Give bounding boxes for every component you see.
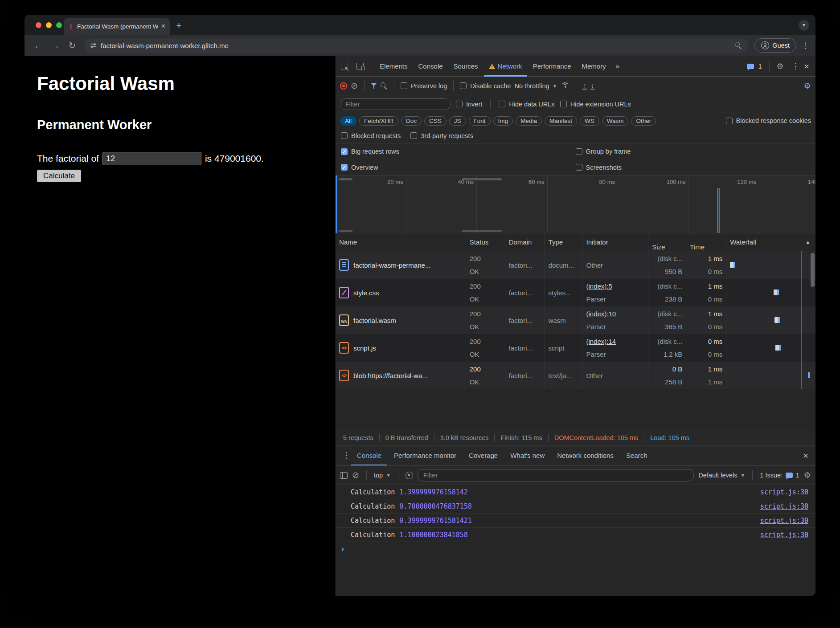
drawer-close-icon[interactable]: × bbox=[803, 452, 808, 460]
chip-img[interactable]: Img bbox=[493, 116, 513, 126]
chip-manifest[interactable]: Manifest bbox=[545, 116, 577, 126]
blocked-response-cookies-checkbox[interactable]: Blocked response cookies bbox=[726, 117, 811, 124]
network-conditions-icon[interactable] bbox=[561, 82, 570, 89]
table-row[interactable]: <>script.js 200OK factori... script (ind… bbox=[336, 334, 815, 362]
table-scrollbar[interactable] bbox=[811, 253, 815, 287]
tab-close-icon[interactable]: × bbox=[161, 23, 165, 29]
drawer-tab-console[interactable]: Console bbox=[351, 445, 387, 466]
export-har-icon[interactable]: ↓ bbox=[590, 82, 595, 90]
console-message[interactable]: Calculation 1.399999976158142 script.js:… bbox=[336, 485, 815, 499]
chip-fetch-xhr[interactable]: Fetch/XHR bbox=[359, 116, 398, 126]
source-link[interactable]: script.js:30 bbox=[760, 502, 808, 510]
log-levels-dropdown[interactable]: Default levels▼ bbox=[698, 472, 745, 479]
table-row[interactable]: factorial-wasm-permane... 200OK factori.… bbox=[336, 251, 815, 279]
drawer-tab-whats-new[interactable]: What's new bbox=[504, 445, 550, 466]
source-link[interactable]: script.js:30 bbox=[760, 517, 808, 525]
console-message[interactable]: Calculation 0.3999999761581421 script.js… bbox=[336, 514, 815, 528]
invert-checkbox[interactable]: Invert bbox=[456, 101, 482, 108]
tab-sources[interactable]: Sources bbox=[449, 56, 483, 77]
tab-elements[interactable]: Elements bbox=[375, 56, 413, 77]
column-initiator[interactable]: Initiator bbox=[582, 233, 648, 251]
browser-tab[interactable]: ! Factorial Wasm (permanent W × bbox=[64, 18, 170, 35]
network-settings-icon[interactable]: ⚙ bbox=[804, 81, 811, 91]
table-row[interactable]: WAfactorial.wasm 200OK factori... wasm (… bbox=[336, 306, 815, 334]
back-button[interactable]: ← bbox=[31, 41, 46, 51]
import-har-icon[interactable]: ↑ bbox=[582, 82, 587, 90]
column-waterfall[interactable]: Waterfall▲ bbox=[726, 233, 815, 251]
hide-data-urls-checkbox[interactable]: Hide data URLs bbox=[499, 101, 554, 108]
screenshots-checkbox[interactable]: Screenshots bbox=[576, 164, 622, 171]
calculate-button[interactable]: Calculate bbox=[37, 170, 81, 182]
more-tabs-icon[interactable]: » bbox=[612, 62, 623, 71]
chip-js[interactable]: JS bbox=[449, 116, 466, 126]
drawer-menu-icon[interactable]: ⋮ bbox=[343, 451, 350, 460]
close-window-button[interactable] bbox=[36, 22, 41, 28]
devtools-settings-icon[interactable]: ⚙ bbox=[777, 61, 784, 71]
group-by-frame-checkbox[interactable]: Group by frame bbox=[576, 148, 631, 155]
reload-button[interactable]: ↻ bbox=[65, 40, 80, 51]
console-prompt[interactable]: › bbox=[336, 542, 815, 555]
initiator-link[interactable]: (index):14 bbox=[586, 338, 644, 345]
hide-extension-urls-checkbox[interactable]: Hide extension URLs bbox=[560, 101, 631, 108]
column-size[interactable]: Size bbox=[648, 233, 686, 251]
initiator-link[interactable]: (index):5 bbox=[586, 282, 644, 290]
inspect-element-icon[interactable]: ↖ bbox=[341, 63, 348, 70]
console-message[interactable]: Calculation 0.7000000476837158 script.js… bbox=[336, 499, 815, 514]
site-settings-icon[interactable] bbox=[90, 44, 96, 47]
column-domain[interactable]: Domain bbox=[505, 233, 545, 251]
context-selector[interactable]: top▼ bbox=[374, 472, 391, 479]
browser-menu-button[interactable]: ⋮ bbox=[802, 41, 809, 50]
record-icon[interactable] bbox=[340, 82, 347, 90]
tab-memory[interactable]: Memory bbox=[577, 56, 611, 77]
chip-ws[interactable]: WS bbox=[580, 116, 599, 126]
device-toolbar-icon[interactable] bbox=[356, 63, 364, 69]
chip-media[interactable]: Media bbox=[516, 116, 542, 126]
issues-counter[interactable]: 1 Issue:1 bbox=[760, 472, 799, 479]
tab-search-chevron-icon[interactable]: ▾ bbox=[799, 20, 809, 31]
preserve-log-checkbox[interactable]: Preserve log bbox=[401, 82, 447, 90]
chip-all[interactable]: All bbox=[340, 116, 356, 126]
url-text[interactable]: factorial-wasm-permanent-worker.glitch.m… bbox=[101, 42, 229, 49]
network-filter-input[interactable] bbox=[340, 98, 451, 110]
tab-performance[interactable]: Performance bbox=[528, 56, 576, 77]
zoom-window-button[interactable] bbox=[56, 22, 62, 28]
forward-button[interactable]: → bbox=[48, 41, 63, 51]
clear-console-icon[interactable]: ⊘ bbox=[352, 472, 359, 479]
chip-font[interactable]: Font bbox=[469, 116, 491, 126]
console-settings-icon[interactable]: ⚙ bbox=[804, 470, 811, 480]
table-row[interactable]: style.css 200OK factori... styles... (in… bbox=[336, 279, 815, 306]
disable-cache-checkbox[interactable]: Disable cache bbox=[460, 82, 511, 90]
initiator-link[interactable]: (index):10 bbox=[586, 310, 644, 318]
zoom-icon[interactable] bbox=[735, 42, 742, 49]
column-status[interactable]: Status bbox=[466, 233, 505, 251]
devtools-menu-icon[interactable]: ⋮ bbox=[792, 61, 799, 71]
console-message[interactable]: Calculation 1.100000023841858 script.js:… bbox=[336, 528, 815, 542]
drawer-tab-network-conditions[interactable]: Network conditions bbox=[551, 445, 619, 466]
source-link[interactable]: script.js:30 bbox=[760, 488, 808, 496]
issues-bubble-icon[interactable] bbox=[747, 64, 754, 69]
profile-chip[interactable]: Guest bbox=[754, 38, 796, 53]
third-party-requests-checkbox[interactable]: 3rd-party requests bbox=[410, 132, 473, 139]
chip-other[interactable]: Other bbox=[631, 116, 656, 126]
overview-checkbox[interactable]: ✓Overview bbox=[341, 164, 378, 171]
tab-network[interactable]: ! Network bbox=[484, 56, 527, 77]
chip-doc[interactable]: Doc bbox=[401, 116, 422, 126]
column-name[interactable]: Name bbox=[336, 233, 466, 251]
source-link[interactable]: script.js:30 bbox=[760, 531, 808, 539]
network-overview[interactable]: 20 ms 40 ms 60 ms 80 ms 100 ms 120 ms 14… bbox=[336, 175, 815, 233]
drawer-tab-search[interactable]: Search bbox=[620, 445, 653, 466]
address-bar[interactable]: factorial-wasm-permanent-worker.glitch.m… bbox=[84, 38, 748, 53]
tab-console[interactable]: Console bbox=[414, 56, 448, 77]
drawer-tab-coverage[interactable]: Coverage bbox=[463, 445, 504, 466]
table-row[interactable]: <>blob:https://factorial-wa... 200OK fac… bbox=[336, 362, 815, 389]
big-request-rows-checkbox[interactable]: ✓Big request rows bbox=[341, 148, 399, 155]
console-filter-input[interactable] bbox=[418, 469, 694, 481]
minimize-window-button[interactable] bbox=[46, 22, 52, 28]
blocked-requests-checkbox[interactable]: Blocked requests bbox=[341, 132, 401, 139]
filter-funnel-icon[interactable] bbox=[371, 83, 377, 89]
column-time[interactable]: Time bbox=[686, 233, 726, 251]
clear-icon[interactable]: ⊘ bbox=[351, 82, 358, 90]
console-sidebar-icon[interactable] bbox=[340, 472, 348, 479]
throttling-dropdown[interactable]: No throttling▼ bbox=[514, 82, 557, 90]
drawer-tab-performance-monitor[interactable]: Performance monitor bbox=[388, 445, 462, 466]
